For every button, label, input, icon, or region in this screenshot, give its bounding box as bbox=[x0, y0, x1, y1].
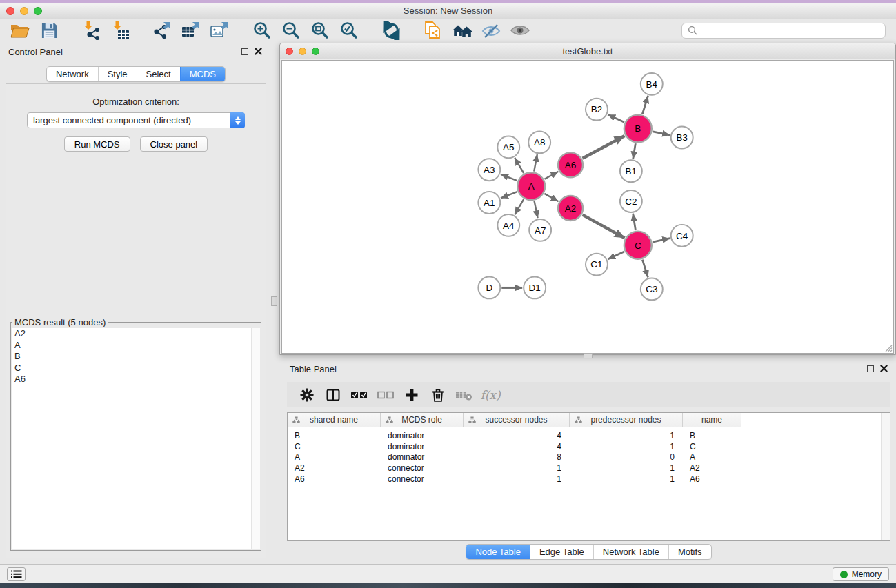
table-row[interactable]: A6connector11A6 bbox=[288, 474, 890, 485]
tab-style[interactable]: Style bbox=[98, 67, 137, 81]
select-all-icon[interactable] bbox=[346, 385, 372, 405]
mcds-result-item[interactable]: A6 bbox=[12, 374, 260, 385]
export-table-icon[interactable] bbox=[177, 20, 206, 41]
tab-network[interactable]: Network bbox=[47, 67, 98, 81]
tab-motifs[interactable]: Motifs bbox=[668, 545, 711, 559]
graph-node-C[interactable]: C bbox=[624, 232, 652, 259]
search-box[interactable] bbox=[681, 23, 886, 39]
table-cell: 1 bbox=[464, 474, 570, 484]
search-input[interactable] bbox=[701, 26, 885, 36]
graph-node-A3[interactable]: A3 bbox=[478, 159, 500, 181]
graph-node-A7[interactable]: A7 bbox=[529, 219, 551, 241]
table-row[interactable]: A2connector11A2 bbox=[288, 463, 890, 474]
memory-button[interactable]: Memory bbox=[833, 567, 889, 581]
graph-node-A5[interactable]: A5 bbox=[497, 136, 519, 158]
import-table-icon[interactable] bbox=[106, 20, 135, 41]
table-scrollbar[interactable] bbox=[881, 413, 890, 540]
delete-table-icon[interactable] bbox=[451, 385, 477, 405]
import-network-icon[interactable] bbox=[77, 20, 106, 41]
graph-node-B[interactable]: B bbox=[624, 115, 652, 143]
zoom-fit-icon[interactable] bbox=[306, 20, 335, 41]
graph-node-A2[interactable]: A2 bbox=[558, 196, 583, 221]
delete-entry-icon[interactable] bbox=[425, 385, 451, 405]
optimization-criterion-select[interactable]: largest connected component (directed) bbox=[27, 112, 245, 128]
graph-node-B3[interactable]: B3 bbox=[671, 127, 693, 149]
graph-edge-C-C3 bbox=[642, 260, 648, 278]
tab-network-table[interactable]: Network Table bbox=[593, 545, 668, 559]
function-builder-icon[interactable]: f(x) bbox=[477, 385, 504, 405]
refresh-icon[interactable] bbox=[377, 20, 406, 41]
svg-text:D1: D1 bbox=[529, 283, 541, 293]
graph-node-A4[interactable]: A4 bbox=[497, 214, 519, 236]
column-header-successor-nodes[interactable]: successor nodes bbox=[464, 413, 570, 427]
column-label: predecessor nodes bbox=[590, 415, 661, 425]
graph-node-D[interactable]: D bbox=[478, 277, 500, 299]
split-view-icon[interactable] bbox=[320, 385, 346, 405]
run-mcds-button[interactable]: Run MCDS bbox=[64, 136, 130, 152]
toolbar-separator bbox=[141, 21, 141, 39]
mcds-result-item[interactable]: A bbox=[12, 340, 260, 352]
deselect-all-icon[interactable] bbox=[372, 385, 399, 405]
graph-node-B4[interactable]: B4 bbox=[641, 73, 663, 95]
graph-edge-B-B4 bbox=[642, 96, 648, 114]
tab-select[interactable]: Select bbox=[137, 67, 180, 81]
horizontal-splitter-handle[interactable] bbox=[584, 353, 593, 358]
tab-mcds[interactable]: MCDS bbox=[180, 67, 225, 81]
table-row[interactable]: Adominator80A bbox=[288, 452, 890, 463]
tab-node-table[interactable]: Node Table bbox=[466, 545, 530, 559]
column-header-name[interactable]: name bbox=[683, 413, 741, 427]
close-panel-button[interactable]: Close panel bbox=[140, 136, 208, 152]
save-session-icon[interactable] bbox=[34, 20, 63, 41]
column-header-predecessor-nodes[interactable]: predecessor nodes bbox=[570, 413, 683, 427]
tab-edge-table[interactable]: Edge Table bbox=[530, 545, 593, 559]
graph-node-A8[interactable]: A8 bbox=[528, 132, 550, 154]
graph-node-B2[interactable]: B2 bbox=[586, 99, 608, 121]
task-history-button[interactable] bbox=[7, 567, 26, 581]
zoom-out-icon[interactable] bbox=[277, 20, 306, 41]
mcds-result-item[interactable]: B bbox=[12, 351, 260, 363]
export-image-icon[interactable] bbox=[206, 20, 235, 41]
new-network-from-selection-icon[interactable] bbox=[419, 20, 448, 41]
network-canvas[interactable]: A5A8A3AA1A4A7A6A2B2BB4B3B1C2CC4C1C3DD1 bbox=[281, 60, 894, 354]
column-header-mcds-role[interactable]: MCDS role bbox=[381, 413, 464, 427]
table-cell: A6 bbox=[288, 474, 381, 484]
mcds-result-item[interactable]: A2 bbox=[12, 328, 260, 340]
network-window-titlebar[interactable]: testGlobe.txt bbox=[280, 43, 895, 59]
table-row[interactable]: Cdominator41C bbox=[288, 441, 890, 452]
graph-node-C2[interactable]: C2 bbox=[620, 190, 642, 212]
first-neighbors-icon[interactable] bbox=[448, 20, 477, 41]
table-row[interactable]: Bdominator41B bbox=[288, 430, 890, 441]
tree-icon bbox=[292, 416, 300, 424]
svg-text:A5: A5 bbox=[503, 142, 514, 152]
close-table-panel-icon[interactable] bbox=[880, 365, 888, 372]
resize-grip-icon[interactable] bbox=[883, 343, 893, 352]
show-all-icon[interactable] bbox=[506, 20, 535, 41]
graph-edge-A-A2 bbox=[544, 194, 558, 201]
mcds-list-scrollbar[interactable] bbox=[251, 328, 260, 549]
graph-node-A6[interactable]: A6 bbox=[558, 152, 583, 177]
export-network-icon[interactable] bbox=[148, 20, 177, 41]
gear-icon[interactable] bbox=[294, 385, 320, 405]
float-table-panel-icon[interactable] bbox=[867, 365, 874, 372]
mcds-result-item[interactable]: C bbox=[12, 363, 260, 374]
hide-selected-icon[interactable] bbox=[477, 20, 506, 41]
graph-node-C4[interactable]: C4 bbox=[671, 225, 693, 247]
toolbar-separator bbox=[370, 21, 370, 39]
float-panel-icon[interactable] bbox=[241, 48, 248, 55]
graph-node-A1[interactable]: A1 bbox=[478, 192, 500, 214]
graph-node-B1[interactable]: B1 bbox=[620, 160, 642, 182]
column-header-shared-name[interactable]: shared name bbox=[288, 413, 381, 427]
graph-node-C1[interactable]: C1 bbox=[586, 254, 608, 276]
zoom-selected-icon[interactable] bbox=[335, 20, 364, 41]
open-session-icon[interactable] bbox=[6, 20, 34, 41]
add-entry-icon[interactable] bbox=[399, 385, 425, 405]
toolbar-icon-groups bbox=[6, 20, 535, 41]
vertical-splitter-handle[interactable] bbox=[271, 296, 277, 306]
graph-node-C3[interactable]: C3 bbox=[641, 278, 663, 301]
graph-edge-B-B2 bbox=[608, 114, 624, 122]
graph-node-D1[interactable]: D1 bbox=[524, 277, 546, 299]
svg-text:A8: A8 bbox=[534, 137, 545, 148]
graph-node-A[interactable]: A bbox=[517, 172, 545, 200]
zoom-in-icon[interactable] bbox=[248, 20, 277, 41]
close-panel-icon[interactable] bbox=[255, 48, 262, 55]
